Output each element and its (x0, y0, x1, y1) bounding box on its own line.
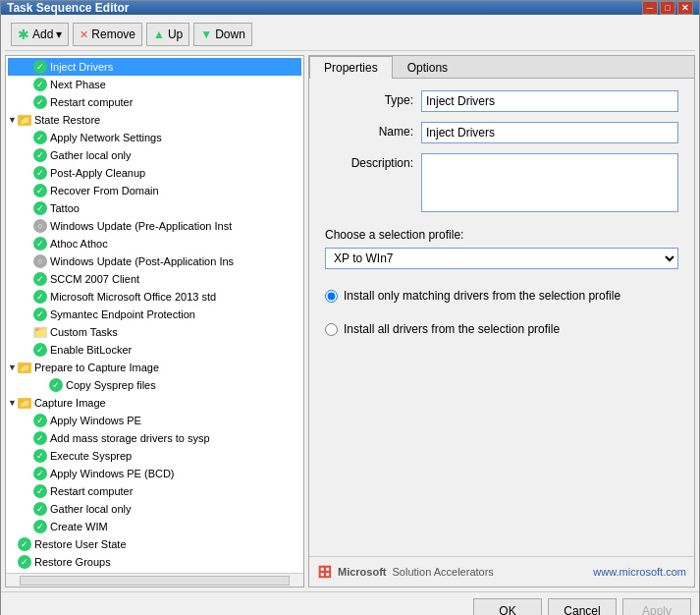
tree-item[interactable]: ▼📁Prepare to Capture Image (8, 359, 301, 376)
dialog-buttons: OK Cancel Apply (1, 591, 699, 615)
tree-item[interactable]: ▼📁State Restore (8, 111, 301, 129)
type-input[interactable] (421, 90, 678, 112)
tree-item[interactable]: ✓Symantec Endpoint Protection (8, 306, 301, 323)
maximize-button[interactable]: □ (660, 1, 675, 15)
tree-item[interactable]: ✓Restart computer (8, 93, 301, 111)
tree-item[interactable]: ✓Inject Drivers (8, 58, 301, 76)
check-icon: ✓ (33, 95, 47, 109)
properties-pane: Type: Name: Description: Choose a select… (309, 79, 694, 556)
horizontal-scrollbar[interactable] (6, 573, 303, 587)
tree-item[interactable]: ○Windows Update (Post-Application Ins (8, 252, 301, 270)
tree-item[interactable]: ✓Restart computer (8, 482, 301, 500)
up-button[interactable]: ▲ Up (146, 23, 189, 46)
right-panel: Properties Options Type: Name: Descripti… (308, 55, 695, 587)
tree-item[interactable]: ✓Gather local only (8, 146, 301, 164)
tree-item-label: Restore Groups (34, 556, 111, 568)
description-row: Description: (325, 153, 678, 212)
tree-item[interactable]: ✓Create WIM (8, 518, 301, 535)
check-icon: ✓ (33, 449, 47, 463)
ms-link[interactable]: www.microsoft.com (593, 566, 686, 578)
tree-item[interactable]: ✓Copy Sysprep files (8, 376, 301, 394)
down-button[interactable]: ▼ Down (193, 23, 252, 46)
check-icon: ✓ (33, 272, 47, 286)
tree-item[interactable]: ✓Tattoo (8, 199, 301, 217)
folder-icon: 📁 (18, 115, 31, 126)
tree-item[interactable]: ○Windows Update (Pre-Application Inst (8, 217, 301, 235)
tree-item[interactable]: ✓Restore User State (8, 535, 301, 553)
tree-item[interactable]: ✓Execute Sysprep (8, 447, 301, 465)
expand-icon: ▼ (8, 398, 17, 408)
tree-item[interactable]: ✓Apply Network Settings (8, 129, 301, 146)
down-icon: ▼ (200, 28, 212, 41)
tree-item[interactable]: ✓Enable BitLocker (8, 341, 301, 359)
tree-item-label: Add mass storage drivers to sysp (50, 432, 210, 444)
tree-item-label: Inject Drivers (50, 61, 113, 73)
description-textarea[interactable] (421, 153, 678, 212)
selection-profile-label: Choose a selection profile: (325, 228, 678, 242)
main-split: ✓Inject Drivers✓Next Phase✓Restart compu… (5, 55, 695, 587)
ms-logo: ⊞ Microsoft Solution Accelerators (317, 561, 494, 583)
tree-item[interactable]: ✓SCCM 2007 Client (8, 270, 301, 288)
tree-item-label: Restart computer (50, 485, 133, 497)
tree-item-label: Apply Windows PE (50, 415, 141, 426)
type-row: Type: (325, 90, 678, 112)
selection-profile-dropdown[interactable]: XP to WIn7 (325, 248, 678, 269)
check-icon: ✓ (33, 431, 47, 445)
add-button[interactable]: ✱ Add ▾ (11, 23, 69, 46)
minimize-button[interactable]: ─ (642, 1, 658, 15)
ok-button[interactable]: OK (473, 598, 542, 615)
ms-text: Microsoft (338, 566, 387, 578)
tree-item-label: State Restore (34, 114, 100, 126)
tabs-row: Properties Options (309, 56, 694, 79)
tree-item-label: Create WIM (50, 521, 108, 532)
remove-button[interactable]: ✕ Remove (73, 23, 142, 46)
tree-item[interactable]: ✓Next Phase (8, 76, 301, 93)
tree-item-label: SCCM 2007 Client (50, 273, 139, 285)
tree-item[interactable]: ✓Restore Groups (8, 553, 301, 571)
close-button[interactable]: ✕ (677, 1, 693, 15)
tree-container[interactable]: ✓Inject Drivers✓Next Phase✓Restart compu… (6, 56, 303, 573)
tree-item-label: Restart computer (50, 96, 133, 108)
check-icon: ✓ (33, 237, 47, 251)
check-icon: ✓ (33, 131, 47, 144)
name-label: Name: (325, 122, 413, 139)
check-icon: ✓ (49, 378, 63, 392)
tree-item[interactable]: 📁Custom Tasks (8, 323, 301, 341)
tab-options[interactable]: Options (393, 56, 462, 79)
check-icon: ✓ (33, 166, 47, 180)
apply-button[interactable]: Apply (622, 598, 691, 615)
tree-item[interactable]: ✓Microsoft Microsoft Office 2013 std (8, 288, 301, 306)
tree-item[interactable]: ✓Apply Windows PE (BCD) (8, 465, 301, 482)
check-icon: ✓ (33, 60, 47, 74)
gray-icon: ○ (33, 254, 47, 268)
cancel-button[interactable]: Cancel (548, 598, 617, 615)
tree-item[interactable]: ✓Athoc Athoc (8, 235, 301, 252)
tree-item[interactable]: ✓Add mass storage drivers to sysp (8, 429, 301, 447)
tree-item-label: Apply Windows PE (BCD) (50, 468, 175, 479)
up-label: Up (168, 28, 183, 41)
name-row: Name: (325, 122, 678, 143)
add-label: Add (32, 28, 53, 41)
tree-item-label: Execute Sysprep (50, 450, 132, 462)
remove-label: Remove (91, 28, 135, 41)
radio-row-1: Install only matching drivers from the s… (325, 289, 678, 303)
up-icon: ▲ (153, 28, 165, 41)
expand-icon: ▼ (8, 115, 17, 125)
tree-item-label: Restore User State (34, 538, 127, 550)
tree-item[interactable]: ✓Post-Apply Cleanup (8, 164, 301, 182)
tree-item[interactable]: ✓Recover From Domain (8, 182, 301, 199)
tree-item-label: Prepare to Capture Image (34, 362, 159, 373)
tree-item[interactable]: ✓Apply Windows PE (8, 412, 301, 429)
radio-all[interactable] (325, 323, 338, 336)
tree-item[interactable]: ✓Gather local only (8, 500, 301, 518)
tree-item-label: Recover From Domain (50, 185, 159, 196)
tree-item-label: Windows Update (Pre-Application Inst (50, 220, 232, 232)
solution-text: Solution Accelerators (393, 566, 494, 578)
name-input[interactable] (421, 122, 678, 143)
radio-matching[interactable] (325, 290, 338, 303)
check-icon: ✓ (33, 290, 47, 304)
tree-item-label: Symantec Endpoint Protection (50, 308, 195, 320)
tree-item[interactable]: ▼📁Capture Image (8, 394, 301, 412)
tab-properties[interactable]: Properties (309, 56, 393, 79)
tree-item-label: Enable BitLocker (50, 344, 132, 356)
